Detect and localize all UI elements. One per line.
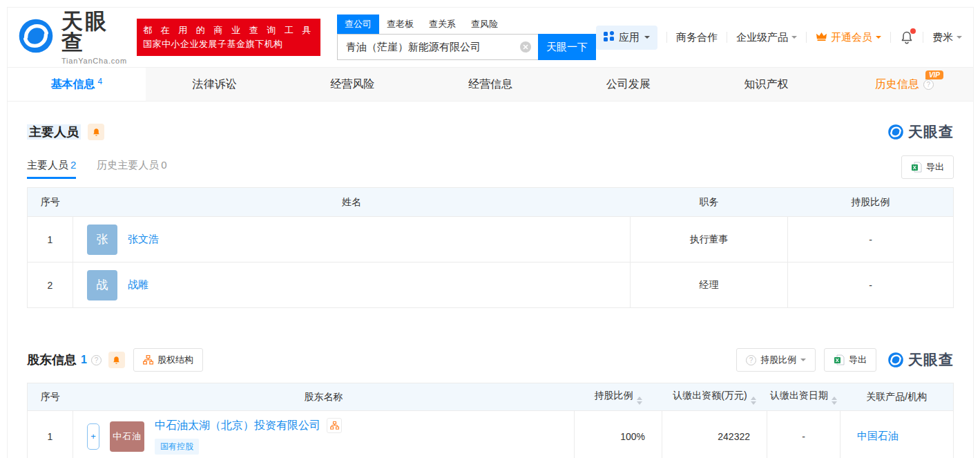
open-vip-label: 开通会员 <box>831 31 872 44</box>
monitor-bell-icon[interactable] <box>88 124 104 140</box>
export-button[interactable]: 导出 <box>824 348 876 372</box>
shareholder-table-header-row: 序号 股东名称 持股比例 认缴出资额(万元) 认缴出资日期 关联产品/机构 <box>28 383 954 411</box>
tianyancha-watermark: 天眼查 <box>887 350 954 370</box>
tab-operational-risk[interactable]: 经营风险 <box>283 68 421 101</box>
person-link[interactable]: 战雕 <box>128 278 148 292</box>
col-index: 序号 <box>28 383 73 411</box>
notification-bell-icon[interactable] <box>900 30 914 44</box>
nav-cooperation[interactable]: 商务合作 <box>676 31 718 44</box>
excel-icon <box>911 162 922 173</box>
expand-button[interactable]: + <box>87 423 99 450</box>
product-link[interactable]: 中国石油 <box>857 430 899 441</box>
tianyancha-logo[interactable]: 天眼查 TianYanCha.com <box>17 10 127 65</box>
company-tabbar: 基本信息 4 法律诉讼 经营风险 经营信息 公司发展 知识产权 VIP 历史信息… <box>8 67 973 102</box>
tab-legal-proceedings[interactable]: 法律诉讼 <box>146 68 284 101</box>
watermark-text: 天眼查 <box>908 350 954 370</box>
search-button[interactable]: 天眼一下 <box>538 34 596 60</box>
subtab-history-staff[interactable]: 历史主要人员0 <box>97 159 166 179</box>
export-button[interactable]: 导出 <box>901 155 954 179</box>
tianyancha-watermark-icon <box>887 124 904 140</box>
table-row: 2 战 战雕 经理 - <box>28 263 954 308</box>
search-tab-company[interactable]: 查公司 <box>337 15 379 34</box>
nav-divider <box>666 32 667 43</box>
chevron-down-icon <box>800 359 806 364</box>
export-label: 导出 <box>849 354 867 366</box>
logo-text: 天眼查 <box>61 10 127 53</box>
col-amount-sortable[interactable]: 认缴出资额(万元) <box>662 383 767 411</box>
position-cell: 经理 <box>631 263 788 308</box>
search-tab-boss[interactable]: 查老板 <box>379 15 421 34</box>
staff-section-title: 主要人员 <box>27 124 81 140</box>
excel-icon <box>834 354 845 365</box>
tab-basic-info[interactable]: 基本信息 4 <box>8 68 146 101</box>
user-menu[interactable]: 费米 <box>932 31 962 44</box>
monitor-bell-icon[interactable] <box>108 352 125 368</box>
amount-cell: 242322 <box>662 411 767 458</box>
nav-enterprise-label: 企业级产品 <box>736 31 788 44</box>
col-name: 姓名 <box>73 188 631 217</box>
notification-dot <box>910 28 916 34</box>
staff-subtabs: 主要人员2 历史主要人员0 导出 <box>27 155 954 179</box>
tab-intellectual-property[interactable]: 知识产权 <box>698 68 836 101</box>
tianyancha-watermark: 天眼查 <box>887 122 954 142</box>
chevron-down-icon <box>791 36 797 41</box>
staff-table: 序号 姓名 职务 持股比例 1 张 张文浩 执行董事 - <box>27 187 954 308</box>
shareholder-link[interactable]: 中石油太湖（北京）投资有限公司 <box>155 419 320 433</box>
help-icon[interactable]: ? <box>91 355 102 365</box>
subtab-count: 0 <box>161 159 166 171</box>
ratio-cell: - <box>788 263 954 308</box>
subtab-label: 主要人员 <box>27 159 68 171</box>
tab-label: 历史信息 <box>875 77 919 92</box>
col-position: 职务 <box>631 188 788 217</box>
ratio-filter-button[interactable]: ? 持股比例 <box>736 348 816 372</box>
equity-chart-button[interactable] <box>327 418 342 433</box>
search-tab-relation[interactable]: 查关系 <box>421 15 463 34</box>
nav-divider <box>806 32 807 43</box>
product-cell: 中国石油 <box>840 411 954 458</box>
tab-label: 知识产权 <box>744 77 788 92</box>
open-vip-link[interactable]: 开通会员 <box>816 31 881 44</box>
sort-icon[interactable] <box>832 397 837 405</box>
apps-label: 应用 <box>619 31 640 44</box>
person-link[interactable]: 张文浩 <box>128 233 159 246</box>
brand-slogan-banner: 都 在 用 的 商 业 查 询 工 具 国家中小企业发展子基金旗下机构 <box>137 19 320 56</box>
vip-badge: VIP <box>925 70 943 79</box>
avatar[interactable]: 战 <box>87 270 117 300</box>
subtab-current-staff[interactable]: 主要人员2 <box>27 159 76 179</box>
table-row: 1 张 张文浩 执行董事 - <box>28 217 954 263</box>
shareholder-count: 1 <box>81 354 87 366</box>
status-badge: 国有控股 <box>155 439 199 455</box>
avatar[interactable]: 张 <box>87 225 117 255</box>
help-icon: ? <box>746 355 756 365</box>
username: 费米 <box>932 31 953 44</box>
tianyancha-logo-icon <box>17 17 55 57</box>
search-tab-risk[interactable]: 查风险 <box>463 15 506 34</box>
tab-business-info[interactable]: 经营信息 <box>421 68 559 101</box>
shareholder-table: 序号 股东名称 持股比例 认缴出资额(万元) 认缴出资日期 关联产品/机构 <box>27 383 954 458</box>
sort-icon[interactable] <box>751 397 756 405</box>
col-ratio-sortable[interactable]: 持股比例 <box>575 383 662 411</box>
help-icon[interactable]: ? <box>923 79 934 90</box>
nav-enterprise-products[interactable]: 企业级产品 <box>736 31 797 44</box>
row-index: 2 <box>28 263 73 308</box>
table-row: 1 + 中石油 中石油太湖（北京）投资有限公司 <box>28 411 954 458</box>
ratio-cell: - <box>788 217 954 263</box>
apps-menu[interactable]: 应用 <box>596 26 657 50</box>
equity-structure-button[interactable]: 股权结构 <box>133 348 203 372</box>
slogan-line2: 国家中小企业发展子基金旗下机构 <box>143 37 314 51</box>
tianyancha-watermark-icon <box>887 352 904 368</box>
tab-company-development[interactable]: 公司发展 <box>559 68 698 101</box>
col-shareholder-name: 股东名称 <box>73 383 575 411</box>
company-avatar[interactable]: 中石油 <box>110 421 144 452</box>
equity-structure-label: 股权结构 <box>157 354 193 366</box>
sort-icon[interactable] <box>637 397 642 405</box>
clear-input-icon[interactable] <box>520 41 531 53</box>
org-chart-icon <box>330 421 339 430</box>
search-input[interactable] <box>337 34 538 60</box>
col-date-sortable[interactable]: 认缴出资日期 <box>767 383 840 411</box>
tab-history-info[interactable]: VIP 历史信息 ? <box>835 68 973 101</box>
nav-divider <box>890 32 891 43</box>
ratio-filter-label: 持股比例 <box>760 354 796 366</box>
col-ratio: 持股比例 <box>788 188 954 217</box>
slogan-line1: 都 在 用 的 商 业 查 询 工 具 <box>143 23 314 37</box>
